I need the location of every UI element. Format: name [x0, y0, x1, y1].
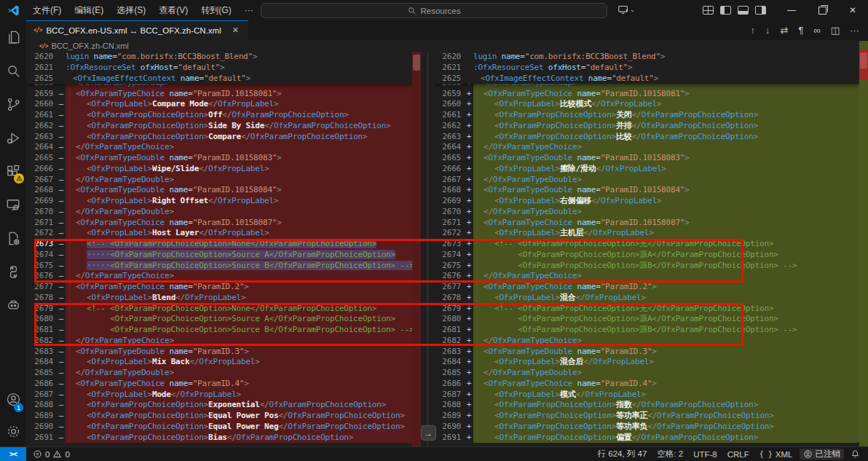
code-line-2688[interactable]: 2688+<OfxParamPropChoiceOption>指数</OfxPa…	[434, 400, 859, 411]
line-number[interactable]: 2684	[434, 357, 465, 368]
code-line-2682[interactable]: 2682–</OfxParamTypeChoice>	[26, 336, 412, 347]
split-editor-button[interactable]: ◫	[831, 25, 840, 36]
code-line-2676[interactable]: 2676+</OfxParamTypeChoice>	[434, 271, 859, 282]
sticky-line-2625[interactable]: 2625<OfxImageEffectContext name="default…	[434, 74, 859, 84]
language-mode[interactable]: { } XML	[756, 450, 797, 459]
remote-indicator[interactable]: ><	[0, 447, 26, 461]
line-number[interactable]: 2669	[434, 196, 465, 207]
line-number[interactable]: 2669	[26, 196, 57, 207]
code-line-2691[interactable]: 2691+<OfxParamPropChoiceOption>偏置</OfxPa…	[434, 433, 859, 444]
code-line-2681[interactable]: 2681+ <OfxParamPropChoiceOption>源B</OfxP…	[434, 325, 859, 336]
customize-layout-icon[interactable]	[703, 6, 714, 15]
code-line-2664[interactable]: 2664–</OfxParamTypeChoice>	[26, 142, 412, 153]
line-number[interactable]: 2691	[434, 433, 465, 444]
code-line-2680[interactable]: 2680+ <OfxParamPropChoiceOption>源A</OfxP…	[434, 314, 859, 325]
accounts-button[interactable]: 1	[0, 382, 26, 416]
code-line-2690[interactable]: 2690+<OfxParamPropChoiceOption>等功率负</Ofx…	[434, 422, 859, 433]
code-line-2686[interactable]: 2686–<OfxParamTypeChoice name="ParamID.4…	[26, 379, 412, 390]
menu-item-3[interactable]: 查看(V)	[152, 0, 194, 20]
code-line-2681[interactable]: 2681– <OfxParamPropChoiceOption>Source B…	[26, 325, 412, 336]
whitespace-toggle-button[interactable]: ¶	[798, 25, 803, 36]
code-line-2683[interactable]: 2683–<OfxParamTypeDouble name="ParamID.3…	[26, 347, 412, 358]
line-number[interactable]: 2673	[434, 239, 465, 250]
code-line-2661[interactable]: 2661+<OfxParamPropChoiceOption>关闭</OfxPa…	[434, 110, 859, 121]
menu-item-4[interactable]: 转到(G)	[194, 0, 237, 20]
code-line-2675[interactable]: 2675+ <OfxParamPropChoiceOption>源B</OfxP…	[434, 261, 859, 272]
line-number[interactable]: 2683	[434, 347, 465, 358]
code-line-2676[interactable]: 2676–</OfxParamTypeChoice>	[26, 271, 412, 282]
sidebar-item-python[interactable]	[0, 255, 26, 288]
line-number[interactable]: 2674	[26, 250, 57, 261]
line-number[interactable]: 2659	[434, 89, 465, 100]
code-line-2670[interactable]: 2670+</OfxParamTypeDouble>	[434, 207, 859, 218]
code-line-2669[interactable]: 2669+<OfxPropLabel>右侧偏移</OfxPropLabel>	[434, 196, 859, 207]
line-number[interactable]: 2670	[434, 207, 465, 218]
line-number[interactable]: 2681	[434, 325, 465, 336]
code-line-2687[interactable]: 2687+<OfxPropLabel>模式</OfxPropLabel>	[434, 390, 859, 401]
line-number[interactable]: 2685	[26, 368, 57, 379]
right-scrollbar-slider[interactable]	[860, 52, 867, 68]
line-number[interactable]: 2667	[434, 175, 465, 186]
line-number[interactable]: 2690	[26, 422, 57, 433]
sticky-scroll[interactable]: 2620lugin name="com.borisfx:BCC3Boost_Bl…	[26, 52, 412, 84]
menu-item-2[interactable]: 选择(S)	[110, 0, 152, 20]
code-line-2659[interactable]: 2659+<OfxParamTypeChoice name="ParamID.1…	[434, 89, 859, 100]
code-line-2664[interactable]: 2664+</OfxParamTypeChoice>	[434, 142, 859, 153]
code-line-2666[interactable]: 2666–<OfxPropLabel>Wipe/Slide</OfxPropLa…	[26, 164, 412, 175]
sidebar-item-copilot[interactable]	[0, 288, 26, 322]
diff-original-editor[interactable]: 2658–</OfxParamTypeGroup>2659–<OfxParamT…	[26, 52, 412, 446]
code-line-2677[interactable]: 2677–<OfxParamTypeChoice name="ParamID.2…	[26, 282, 412, 293]
line-number[interactable]: 2677	[434, 282, 465, 293]
line-number[interactable]: 2688	[26, 400, 57, 411]
code-line-2687[interactable]: 2687–<OfxPropLabel>Mode</OfxPropLabel>	[26, 390, 412, 401]
line-number[interactable]: 2670	[26, 207, 57, 218]
line-number[interactable]: 2663	[434, 132, 465, 143]
line-number[interactable]: 2666	[434, 164, 465, 175]
close-button[interactable]: ✕	[837, 0, 868, 20]
sidebar-item-tasks[interactable]	[0, 221, 26, 255]
breadcrumb[interactable]: </> BCC_OFX.zh-CN.xml	[26, 40, 859, 52]
line-number[interactable]: 2678	[26, 293, 57, 304]
tab-close-icon[interactable]: ✕	[230, 25, 241, 36]
code-line-2673[interactable]: 2673+<!-- <OfxParamPropChoiceOption>无</O…	[434, 239, 859, 250]
code-line-2666[interactable]: 2666+<OfxPropLabel>擦除/滑动</OfxPropLabel>	[434, 164, 859, 175]
menu-item-0[interactable]: 文件(F)	[26, 0, 68, 20]
code-line-2689[interactable]: 2689–<OfxParamPropChoiceOption>Equal Pow…	[26, 411, 412, 422]
line-number[interactable]: 2662	[26, 121, 57, 132]
code-line-2671[interactable]: 2671+<OfxParamTypeChoice name="ParamID.1…	[434, 218, 859, 229]
sticky-line-2620[interactable]: 2620lugin name="com.borisfx:BCC3Boost_Bl…	[26, 52, 412, 63]
previous-change-button[interactable]: ↑	[751, 25, 756, 36]
line-number[interactable]: 2661	[434, 110, 465, 121]
code-line-2677[interactable]: 2677+<OfxParamTypeChoice name="ParamID.2…	[434, 282, 859, 293]
line-number[interactable]: 2660	[26, 99, 57, 110]
monitor-plus-icon[interactable]: ⌄	[618, 4, 635, 15]
code-line-2683[interactable]: 2683+<OfxParamTypeDouble name="ParamID.3…	[434, 347, 859, 358]
code-line-2669[interactable]: 2669–<OfxPropLabel>Right Offset</OfxProp…	[26, 196, 412, 207]
line-number[interactable]: 2678	[434, 293, 465, 304]
code-line-2671[interactable]: 2671–<OfxParamTypeChoice name="ParamID.1…	[26, 218, 412, 229]
sticky-line-2621[interactable]: 2621:OfxResourceSet ofxHost="default">	[26, 63, 412, 74]
code-line-2668[interactable]: 2668+<OfxParamTypeDouble name="ParamID.1…	[434, 185, 859, 196]
line-number[interactable]: 2679	[26, 304, 57, 315]
line-number[interactable]: 2684	[26, 357, 57, 368]
code-line-2665[interactable]: 2665+<OfxParamTypeDouble name="ParamID.1…	[434, 153, 859, 164]
sidebar-item-run-debug[interactable]	[0, 121, 26, 154]
line-number[interactable]: 2680	[26, 314, 57, 325]
code-line-2680[interactable]: 2680– <OfxParamPropChoiceOption>Source A…	[26, 314, 412, 325]
line-number[interactable]: 2689	[26, 411, 57, 422]
indentation[interactable]: 空格: 2	[653, 449, 687, 460]
code-line-2678[interactable]: 2678–<OfxPropLabel>Blend</OfxPropLabel>	[26, 293, 412, 304]
code-line-2660[interactable]: 2660–<OfxPropLabel>Compare Mode</OfxProp…	[26, 99, 412, 110]
line-number[interactable]: 2664	[434, 142, 465, 153]
menu-item-1[interactable]: 编辑(E)	[68, 0, 110, 20]
sticky-line-2621[interactable]: 2621:OfxResourceSet ofxHost="default">	[434, 63, 859, 74]
code-line-2684[interactable]: 2684+<OfxPropLabel>混合后</OfxPropLabel>	[434, 357, 859, 368]
code-line-2686[interactable]: 2686+<OfxParamTypeChoice name="ParamID.4…	[434, 379, 859, 390]
cursor-position[interactable]: 行 624, 列 47	[594, 449, 651, 460]
code-line-2682[interactable]: 2682+</OfxParamTypeChoice>	[434, 336, 859, 347]
line-number[interactable]: 2668	[434, 185, 465, 196]
diff-copy-change-button[interactable]: →	[421, 425, 436, 441]
moved-blocks-button[interactable]: ∞	[813, 25, 820, 36]
line-number[interactable]: 2691	[26, 433, 57, 444]
minimize-button[interactable]: —	[776, 0, 807, 20]
